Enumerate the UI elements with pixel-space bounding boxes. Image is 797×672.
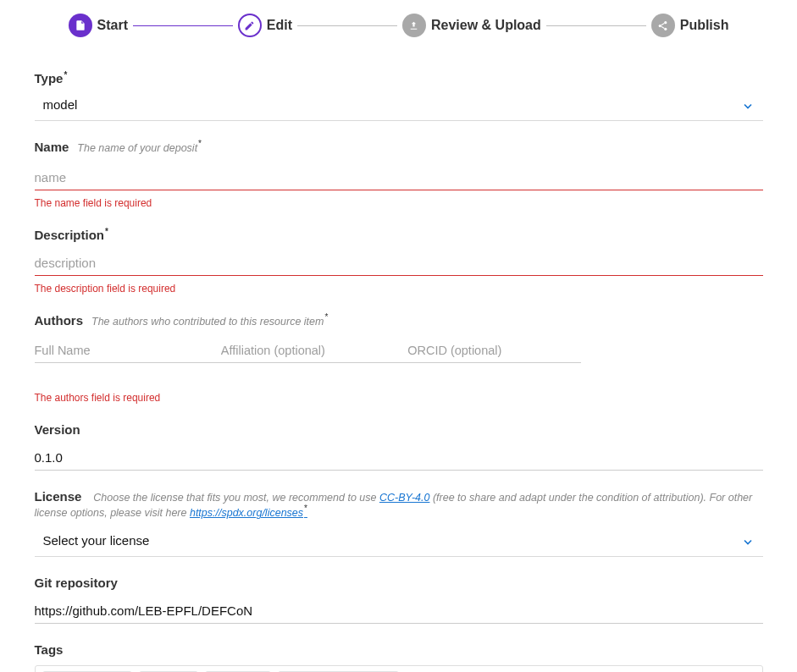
author-fullname-input[interactable] xyxy=(35,339,208,362)
type-label: Type xyxy=(35,71,68,85)
author-affiliation-input[interactable] xyxy=(221,339,394,362)
license-select[interactable]: Select your license xyxy=(35,530,763,557)
type-select[interactable]: model xyxy=(35,94,763,121)
field-name: Name The name of your deposit The name f… xyxy=(35,140,763,209)
authors-error: The authors field is required xyxy=(35,392,763,404)
description-error: The description field is required xyxy=(35,283,763,295)
git-input[interactable] xyxy=(35,598,763,624)
step-connector xyxy=(297,25,397,26)
version-input[interactable] xyxy=(35,445,763,471)
field-license: License Choose the license that fits you… xyxy=(35,489,763,558)
field-tags: Tags deepimagej ✕ smlm ✕ defcon ✕ densit… xyxy=(35,642,763,672)
svg-point-1 xyxy=(659,24,661,26)
field-description: Description The description field is req… xyxy=(35,228,763,295)
step-label: Start xyxy=(97,18,128,33)
tags-label: Tags xyxy=(35,642,64,657)
step-publish[interactable]: Publish xyxy=(651,14,729,37)
git-label: Git repository xyxy=(35,576,118,590)
step-connector xyxy=(133,25,233,26)
step-edit[interactable]: Edit xyxy=(238,14,292,37)
pencil-icon xyxy=(238,14,262,37)
step-connector xyxy=(546,25,646,26)
authors-help: The authors who contributed to this reso… xyxy=(91,316,328,328)
file-icon xyxy=(69,14,92,37)
step-label: Edit xyxy=(267,18,292,33)
svg-point-0 xyxy=(664,21,667,24)
field-authors: Authors The authors who contributed to t… xyxy=(35,313,763,404)
name-help: The name of your deposit xyxy=(77,142,202,154)
chevron-down-icon xyxy=(741,99,755,115)
step-review[interactable]: Review & Upload xyxy=(402,14,541,37)
name-error: The name field is required xyxy=(35,197,763,209)
field-type: Type model xyxy=(35,71,763,121)
name-input[interactable] xyxy=(35,165,763,190)
license-cc-link[interactable]: CC-BY-4.0 xyxy=(379,492,430,504)
type-value: model xyxy=(43,97,78,112)
license-help-pre: Choose the license that fits you most, w… xyxy=(93,492,379,504)
field-version: Version xyxy=(35,422,763,471)
license-label: License xyxy=(35,489,82,504)
step-start[interactable]: Start xyxy=(69,14,128,37)
authors-row xyxy=(35,339,581,363)
share-icon xyxy=(651,14,675,37)
version-label: Version xyxy=(35,422,80,437)
svg-point-2 xyxy=(664,27,667,30)
step-label: Review & Upload xyxy=(431,18,541,33)
authors-label: Authors xyxy=(35,313,84,328)
description-label: Description xyxy=(35,228,108,242)
step-label: Publish xyxy=(680,18,729,33)
author-orcid-input[interactable] xyxy=(407,339,580,362)
license-placeholder: Select your license xyxy=(43,533,150,548)
name-label: Name xyxy=(35,140,69,154)
description-input[interactable] xyxy=(35,251,763,276)
wizard-stepper: Start Edit Review & Upload Publish xyxy=(35,14,763,37)
license-spdx-link[interactable]: https://spdx.org/licenses xyxy=(190,507,307,519)
field-git: Git repository xyxy=(35,576,763,624)
tags-box[interactable]: deepimagej ✕ smlm ✕ defcon ✕ density est… xyxy=(35,665,763,672)
upload-icon xyxy=(402,14,426,37)
chevron-down-icon xyxy=(741,535,755,551)
